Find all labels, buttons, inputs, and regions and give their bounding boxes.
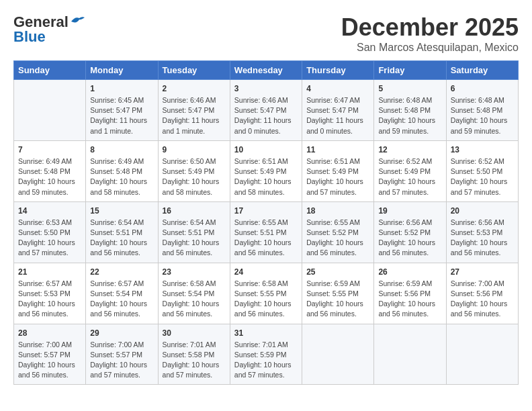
- day-info: Sunrise: 6:59 AMSunset: 5:55 PMDaylight:…: [306, 279, 369, 320]
- calendar-cell: 19Sunrise: 6:56 AMSunset: 5:52 PMDayligh…: [374, 201, 446, 263]
- day-number: 30: [163, 328, 226, 338]
- day-info: Sunrise: 6:49 AMSunset: 5:48 PMDaylight:…: [90, 156, 153, 197]
- day-number: 2: [163, 84, 226, 93]
- day-info: Sunrise: 6:48 AMSunset: 5:48 PMDaylight:…: [378, 95, 441, 136]
- calendar-cell: 29Sunrise: 7:00 AMSunset: 5:57 PMDayligh…: [86, 324, 158, 385]
- calendar-week-row: 7Sunrise: 6:49 AMSunset: 5:48 PMDaylight…: [14, 140, 519, 201]
- calendar-cell: [446, 324, 518, 385]
- day-number: 18: [306, 206, 369, 216]
- day-info: Sunrise: 7:01 AMSunset: 5:59 PMDaylight:…: [234, 340, 298, 381]
- day-number: 7: [18, 145, 81, 154]
- day-header-friday: Friday: [374, 61, 446, 80]
- day-number: 9: [163, 145, 226, 154]
- calendar-cell: 1Sunrise: 6:45 AMSunset: 5:47 PMDaylight…: [86, 80, 158, 141]
- day-info: Sunrise: 6:59 AMSunset: 5:56 PMDaylight:…: [378, 279, 441, 320]
- logo-bird-icon: [70, 15, 85, 27]
- calendar-cell: 21Sunrise: 6:57 AMSunset: 5:53 PMDayligh…: [14, 263, 86, 324]
- calendar-cell: 17Sunrise: 6:55 AMSunset: 5:51 PMDayligh…: [230, 201, 302, 263]
- month-title: December 2025: [341, 13, 519, 42]
- day-info: Sunrise: 6:57 AMSunset: 5:53 PMDaylight:…: [18, 279, 81, 320]
- calendar-cell: 23Sunrise: 6:58 AMSunset: 5:54 PMDayligh…: [158, 263, 230, 324]
- calendar-week-row: 14Sunrise: 6:53 AMSunset: 5:50 PMDayligh…: [14, 201, 519, 263]
- day-number: 16: [163, 206, 226, 216]
- calendar-cell: 18Sunrise: 6:55 AMSunset: 5:52 PMDayligh…: [302, 201, 374, 263]
- day-info: Sunrise: 6:46 AMSunset: 5:47 PMDaylight:…: [163, 95, 226, 136]
- calendar-week-row: 28Sunrise: 7:00 AMSunset: 5:57 PMDayligh…: [14, 324, 519, 385]
- day-info: Sunrise: 6:52 AMSunset: 5:49 PMDaylight:…: [378, 156, 441, 197]
- calendar-cell: 27Sunrise: 7:00 AMSunset: 5:56 PMDayligh…: [446, 263, 518, 324]
- day-info: Sunrise: 6:49 AMSunset: 5:48 PMDaylight:…: [18, 156, 81, 197]
- day-info: Sunrise: 6:53 AMSunset: 5:50 PMDaylight:…: [18, 218, 81, 259]
- day-info: Sunrise: 6:56 AMSunset: 5:52 PMDaylight:…: [378, 218, 441, 259]
- calendar-cell: 28Sunrise: 7:00 AMSunset: 5:57 PMDayligh…: [14, 324, 86, 385]
- calendar-cell: 20Sunrise: 6:56 AMSunset: 5:53 PMDayligh…: [446, 201, 518, 263]
- day-number: 17: [234, 206, 298, 216]
- calendar-cell: 6Sunrise: 6:48 AMSunset: 5:48 PMDaylight…: [446, 80, 518, 141]
- calendar-cell: 10Sunrise: 6:51 AMSunset: 5:49 PMDayligh…: [230, 140, 302, 201]
- calendar-cell: 15Sunrise: 6:54 AMSunset: 5:51 PMDayligh…: [86, 201, 158, 263]
- day-number: 5: [378, 84, 441, 93]
- calendar-cell: 14Sunrise: 6:53 AMSunset: 5:50 PMDayligh…: [14, 201, 86, 263]
- day-number: 6: [451, 84, 514, 93]
- day-info: Sunrise: 7:01 AMSunset: 5:58 PMDaylight:…: [163, 340, 226, 381]
- logo: General Blue: [13, 13, 85, 46]
- calendar-cell: 4Sunrise: 6:47 AMSunset: 5:47 PMDaylight…: [302, 80, 374, 141]
- day-number: 21: [18, 267, 81, 277]
- calendar-cell: 30Sunrise: 7:01 AMSunset: 5:58 PMDayligh…: [158, 324, 230, 385]
- calendar-cell: 5Sunrise: 6:48 AMSunset: 5:48 PMDaylight…: [374, 80, 446, 141]
- calendar-cell: 24Sunrise: 6:58 AMSunset: 5:55 PMDayligh…: [230, 263, 302, 324]
- day-info: Sunrise: 6:58 AMSunset: 5:55 PMDaylight:…: [234, 279, 298, 320]
- calendar-body: 1Sunrise: 6:45 AMSunset: 5:47 PMDaylight…: [14, 80, 519, 385]
- day-number: 24: [234, 267, 298, 277]
- day-number: 3: [234, 84, 298, 93]
- day-info: Sunrise: 6:48 AMSunset: 5:48 PMDaylight:…: [451, 95, 514, 136]
- day-info: Sunrise: 6:55 AMSunset: 5:52 PMDaylight:…: [306, 218, 369, 259]
- day-number: 31: [234, 328, 298, 338]
- day-number: 25: [306, 267, 369, 277]
- day-header-monday: Monday: [86, 61, 158, 80]
- day-number: 20: [451, 206, 514, 216]
- day-info: Sunrise: 6:50 AMSunset: 5:49 PMDaylight:…: [163, 156, 226, 197]
- calendar-cell: [14, 80, 86, 141]
- day-info: Sunrise: 6:51 AMSunset: 5:49 PMDaylight:…: [306, 156, 369, 197]
- calendar-cell: 9Sunrise: 6:50 AMSunset: 5:49 PMDaylight…: [158, 140, 230, 201]
- day-info: Sunrise: 6:51 AMSunset: 5:49 PMDaylight:…: [234, 156, 298, 197]
- day-info: Sunrise: 6:57 AMSunset: 5:54 PMDaylight:…: [90, 279, 153, 320]
- calendar-cell: [374, 324, 446, 385]
- calendar-cell: 22Sunrise: 6:57 AMSunset: 5:54 PMDayligh…: [86, 263, 158, 324]
- day-number: 11: [306, 145, 369, 154]
- calendar-cell: 16Sunrise: 6:54 AMSunset: 5:51 PMDayligh…: [158, 201, 230, 263]
- calendar-cell: 25Sunrise: 6:59 AMSunset: 5:55 PMDayligh…: [302, 263, 374, 324]
- day-info: Sunrise: 6:56 AMSunset: 5:53 PMDaylight:…: [451, 218, 514, 259]
- title-block: December 2025 San Marcos Atesquilapan, M…: [341, 13, 519, 54]
- day-number: 8: [90, 145, 153, 154]
- day-number: 28: [18, 328, 81, 338]
- day-info: Sunrise: 7:00 AMSunset: 5:57 PMDaylight:…: [18, 340, 81, 381]
- day-header-thursday: Thursday: [302, 61, 374, 80]
- calendar-week-row: 21Sunrise: 6:57 AMSunset: 5:53 PMDayligh…: [14, 263, 519, 324]
- day-info: Sunrise: 7:00 AMSunset: 5:56 PMDaylight:…: [451, 279, 514, 320]
- day-info: Sunrise: 6:58 AMSunset: 5:54 PMDaylight:…: [163, 279, 226, 320]
- day-number: 14: [18, 206, 81, 216]
- calendar-cell: 26Sunrise: 6:59 AMSunset: 5:56 PMDayligh…: [374, 263, 446, 324]
- day-number: 4: [306, 84, 369, 93]
- logo-blue: Blue: [13, 28, 46, 46]
- day-number: 27: [451, 267, 514, 277]
- location-title: San Marcos Atesquilapan, Mexico: [341, 42, 519, 54]
- day-number: 23: [163, 267, 226, 277]
- calendar-cell: 31Sunrise: 7:01 AMSunset: 5:59 PMDayligh…: [230, 324, 302, 385]
- calendar-cell: 2Sunrise: 6:46 AMSunset: 5:47 PMDaylight…: [158, 80, 230, 141]
- day-info: Sunrise: 6:52 AMSunset: 5:50 PMDaylight:…: [451, 156, 514, 197]
- day-info: Sunrise: 6:55 AMSunset: 5:51 PMDaylight:…: [234, 218, 298, 259]
- day-number: 26: [378, 267, 441, 277]
- day-info: Sunrise: 6:46 AMSunset: 5:47 PMDaylight:…: [234, 95, 298, 136]
- calendar-week-row: 1Sunrise: 6:45 AMSunset: 5:47 PMDaylight…: [14, 80, 519, 141]
- calendar-cell: 13Sunrise: 6:52 AMSunset: 5:50 PMDayligh…: [446, 140, 518, 201]
- day-info: Sunrise: 6:54 AMSunset: 5:51 PMDaylight:…: [90, 218, 153, 259]
- calendar-header-row: SundayMondayTuesdayWednesdayThursdayFrid…: [14, 61, 519, 80]
- calendar-table: SundayMondayTuesdayWednesdayThursdayFrid…: [13, 60, 519, 385]
- day-number: 22: [90, 267, 153, 277]
- day-info: Sunrise: 6:47 AMSunset: 5:47 PMDaylight:…: [306, 95, 369, 136]
- day-header-tuesday: Tuesday: [158, 61, 230, 80]
- day-number: 12: [378, 145, 441, 154]
